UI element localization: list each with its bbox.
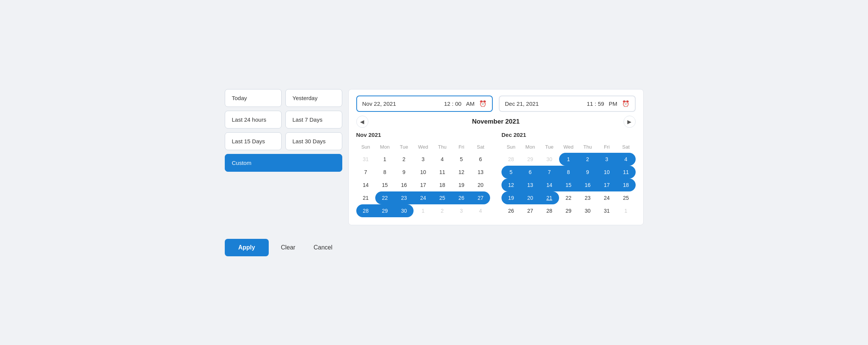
calendar-day-cell[interactable]: 7 [356,166,376,179]
calendar-day-cell[interactable]: 19 [452,179,471,191]
calendar-day-cell[interactable]: 15 [375,179,395,191]
calendar-day-cell[interactable]: 8 [559,166,578,179]
calendar-day-cell[interactable]: 20 [521,191,540,204]
calendar-day-cell[interactable]: 7 [540,166,559,179]
apply-button[interactable]: Apply [225,239,269,256]
preset-btn-custom[interactable]: Custom [225,154,342,172]
calendar-day-cell[interactable]: 3 [414,153,433,166]
end-date-input[interactable]: Dec 21, 2021 11 : 59 PM ⏰ [499,96,636,112]
calendar-day-cell[interactable]: 30 [578,204,597,217]
next-month-button[interactable]: ▶ [624,116,636,128]
preset-row-4: Custom [225,154,342,172]
calendar-day-cell[interactable]: 2 [578,153,597,166]
calendar-day-cell[interactable]: 14 [540,179,559,191]
calendar-day-cell[interactable]: 2 [395,153,414,166]
calendar-day-cell[interactable]: 1 [375,153,395,166]
december-calendar: Dec 2021SunMonTueWedThuFriSat28293012345… [501,132,636,217]
calendar-day-cell[interactable]: 21 [540,191,559,204]
calendar-day-cell[interactable]: 12 [501,179,521,191]
end-date-value: Dec 21, 2021 [505,100,539,107]
bottom-bar: Apply Clear Cancel [225,234,644,256]
dec-calendar-week-row-3: 19202122232425 [501,191,636,204]
preset-btn-last7[interactable]: Last 7 Days [285,111,342,129]
dec-calendar-week-row-1: 567891011 [501,166,636,179]
calendar-header: ◀ November 2021 ▶ [356,118,636,125]
calendar-day-cell[interactable]: 22 [375,191,395,204]
start-date-input[interactable]: Nov 22, 2021 12 : 00 AM ⏰ [356,96,493,112]
calendar-day-cell[interactable]: 26 [452,191,471,204]
calendar-day-cell[interactable]: 11 [616,166,636,179]
calendar-day-cell[interactable]: 1 [559,153,578,166]
calendar-day-cell[interactable]: 18 [616,179,636,191]
calendar-day-cell[interactable]: 15 [559,179,578,191]
preset-btn-last15[interactable]: Last 15 Days [225,132,282,150]
calendar-day-cell[interactable]: 28 [356,204,376,217]
preset-btn-today[interactable]: Today [225,89,282,107]
calendar-day-cell[interactable]: 21 [356,191,376,204]
calendar-day-cell[interactable]: 29 [375,204,395,217]
calendar-day-cell[interactable]: 19 [501,191,521,204]
calendar-day-cell[interactable]: 27 [471,191,490,204]
nov-calendar-week-row-1: 78910111213 [356,166,490,179]
end-time-value: 11 : 59 PM ⏰ [587,100,630,107]
preset-btn-last24[interactable]: Last 24 hours [225,111,282,129]
november-calendar: Nov 2021SunMonTueWedThuFriSat31123456789… [356,132,490,217]
day-header-cell: Wed [559,143,578,151]
date-inputs-row: Nov 22, 2021 12 : 00 AM ⏰ Dec 21, 2021 1… [356,96,636,112]
calendar-day-cell[interactable]: 18 [433,179,452,191]
calendar-day-cell[interactable]: 10 [597,166,617,179]
calendar-day-cell[interactable]: 9 [578,166,597,179]
calendar-day-cell[interactable]: 3 [597,153,617,166]
calendar-day-cell[interactable]: 16 [578,179,597,191]
calendar-day-cell[interactable]: 30 [395,204,414,217]
start-time-value: 12 : 00 AM ⏰ [444,100,487,107]
day-header-cell: Fri [452,143,471,151]
calendar-day-cell[interactable]: 5 [501,166,521,179]
calendar-day-cell[interactable]: 28 [540,204,559,217]
day-header-cell: Thu [433,143,452,151]
calendar-day-cell: 2 [433,204,452,217]
calendar-day-cell[interactable]: 26 [501,204,521,217]
calendar-day-cell[interactable]: 9 [395,166,414,179]
calendar-day-cell[interactable]: 20 [471,179,490,191]
dec-calendar-day-headers: SunMonTueWedThuFriSat [501,143,636,151]
end-time-icon: ⏰ [622,100,630,107]
calendar-day-cell[interactable]: 6 [521,166,540,179]
calendar-day-cell: 3 [452,204,471,217]
preset-btn-last30[interactable]: Last 30 Days [285,132,342,150]
calendar-day-cell[interactable]: 4 [616,153,636,166]
calendar-day-cell[interactable]: 14 [356,179,376,191]
clear-button[interactable]: Clear [275,239,301,256]
prev-month-button[interactable]: ◀ [356,116,368,128]
calendar-day-cell[interactable]: 13 [521,179,540,191]
day-header-cell: Sun [501,143,521,151]
calendar-day-cell[interactable]: 12 [452,166,471,179]
calendar-day-cell[interactable]: 8 [375,166,395,179]
calendar-day-cell[interactable]: 4 [433,153,452,166]
calendar-day-cell[interactable]: 11 [433,166,452,179]
preset-row-2: Last 24 hoursLast 7 Days [225,111,342,129]
calendar-day-cell[interactable]: 24 [414,191,433,204]
calendar-day-cell[interactable]: 13 [471,166,490,179]
calendar-day-cell[interactable]: 24 [597,191,617,204]
calendar-day-cell[interactable]: 10 [414,166,433,179]
calendar-day-cell: 1 [414,204,433,217]
calendar-day-cell[interactable]: 23 [578,191,597,204]
calendar-day-cell[interactable]: 23 [395,191,414,204]
calendar-day-cell[interactable]: 25 [616,191,636,204]
cancel-button[interactable]: Cancel [307,239,338,256]
start-date-value: Nov 22, 2021 [362,100,396,107]
calendar-day-cell[interactable]: 27 [521,204,540,217]
calendar-day-cell[interactable]: 22 [559,191,578,204]
calendar-day-cell[interactable]: 17 [414,179,433,191]
calendar-day-cell[interactable]: 16 [395,179,414,191]
calendar-day-cell[interactable]: 5 [452,153,471,166]
calendar-day-cell[interactable]: 31 [597,204,617,217]
calendar-day-cell: 4 [471,204,490,217]
calendar-day-cell[interactable]: 6 [471,153,490,166]
calendar-day-cell[interactable]: 29 [559,204,578,217]
preset-btn-yesterday[interactable]: Yesterday [285,89,342,107]
calendar-day-cell[interactable]: 25 [433,191,452,204]
dec-calendar-week-row-0: 2829301234 [501,153,636,166]
calendar-day-cell[interactable]: 17 [597,179,617,191]
